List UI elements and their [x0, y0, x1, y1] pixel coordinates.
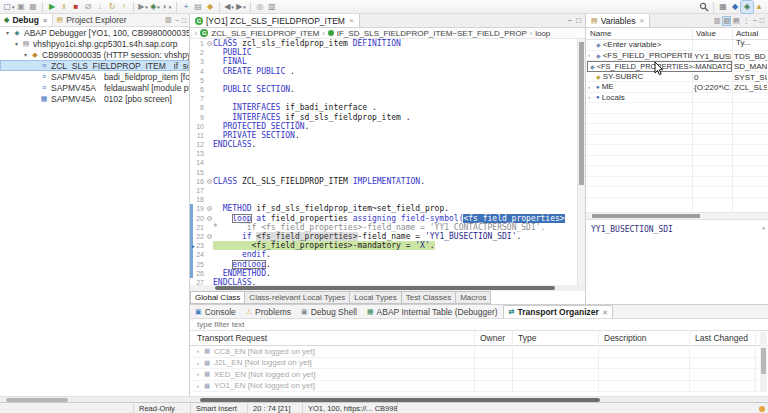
abap-perspective-button[interactable]: ◆	[729, 1, 741, 13]
scrollbar-thumb[interactable]	[592, 214, 700, 218]
section-tab-test-classes[interactable]: Test Classes	[401, 291, 456, 304]
tree-item[interactable]: ≡SAPMV45Afeldauswahl [module pbo]	[0, 82, 189, 93]
code-line[interactable]: 12ENDCLASS.	[190, 140, 577, 149]
collapse-icon[interactable]: –	[207, 41, 212, 46]
collapse-icon[interactable]: –	[207, 179, 212, 184]
step-over-button[interactable]: ↻	[106, 1, 118, 13]
pin-editor-button[interactable]: ◎	[254, 1, 266, 13]
variable-row[interactable]: ◆SY-SUBRC0SYST_SUB	[586, 72, 768, 83]
layout-icon[interactable]: ▤	[733, 17, 740, 25]
editor-vertical-scrollbar[interactable]	[577, 39, 585, 285]
view-menu-icon[interactable]: ▥	[165, 16, 172, 24]
scroll-up-icon[interactable]: ▲	[762, 224, 765, 230]
step-into-button[interactable]: ↓	[94, 1, 106, 13]
tree-item[interactable]: ▾◆CB9980000035 (HTTP session: vhshpyo1ci…	[0, 49, 189, 60]
code-editor[interactable]: 1–CLASS zcl_sls_fieldprop_item DEFINITIO…	[190, 39, 577, 285]
code-line[interactable]: 3 FINAL	[190, 57, 577, 66]
code-line[interactable]: 23 <fs_field_properties>-mandatory = 'X'…	[190, 241, 577, 250]
breadcrumb-class[interactable]: ZCL_SLS_FIELDPROP_ITEM	[211, 29, 319, 38]
transport-vertical-scrollbar[interactable]	[760, 332, 767, 392]
expand-arrow-icon[interactable]: ›	[588, 94, 594, 100]
transport-row[interactable]: ›▦XED_EN [Not logged on yet]	[190, 369, 759, 381]
new-wizard-button[interactable]: ▢▾	[3, 1, 15, 13]
expand-arrow-icon[interactable]: ›	[194, 383, 202, 389]
expand-arrow-icon[interactable]: ›	[194, 348, 202, 354]
scrollbar-thumb[interactable]	[215, 286, 555, 290]
abap-element-info-button[interactable]: ◆	[204, 1, 216, 13]
forward-button[interactable]: ▶▾	[235, 1, 247, 13]
code-line[interactable]: 16–CLASS ZCL_SLS_FIELDPROP_ITEM IMPLEMEN…	[190, 177, 577, 186]
code-line[interactable]: 13	[190, 149, 577, 158]
variable-row[interactable]: ›●ME{O:220*\C...ZCL_SLS_F...	[586, 82, 768, 93]
editor-tab[interactable]: G [YO1] ZCL_SLS_FIELDPROP_ITEM ×	[190, 14, 360, 27]
transport-row[interactable]: ›▦CC8_EN [Not logged on yet]	[190, 346, 759, 358]
code-line[interactable]: 20– loop at field_properties assigning f…	[190, 214, 577, 223]
resume-button[interactable]: ▶	[46, 1, 58, 13]
transport-row[interactable]: ›▦J2L_EN [Not logged on yet]	[190, 358, 759, 370]
variable-row[interactable]: ◆<FS_FIELD_PROPERTIES>-MANDATORYSD_MAN..…	[586, 61, 768, 72]
column-header-last-changed[interactable]: Last Changed	[695, 333, 748, 343]
fold-marker[interactable]: –	[206, 232, 213, 241]
expand-arrow-icon[interactable]: ›	[588, 52, 594, 58]
section-tab-macros[interactable]: Macros	[455, 291, 491, 304]
code-line[interactable]: 9 INTERFACES if_sd_sls_fieldprop_item .	[190, 113, 577, 122]
scrollbar-thumb[interactable]	[761, 348, 766, 374]
disconnect-button[interactable]: Ø	[82, 1, 94, 13]
column-header-name[interactable]: Name	[590, 29, 611, 38]
notification-icon[interactable]	[759, 406, 765, 412]
code-line[interactable]: 24 endif.	[190, 250, 577, 259]
tree-item[interactable]: ▾◈ABAP Debugger [YO1, 100, CB9980000035 …	[0, 27, 189, 38]
fold-marker[interactable]: –	[206, 177, 213, 186]
close-icon[interactable]: ×	[43, 16, 48, 25]
code-line[interactable]: 22– if <fs_field_properties>-field_name …	[190, 232, 577, 241]
code-line[interactable]: 11 PRIVATE SECTION.	[190, 131, 577, 140]
breadcrumb-block[interactable]: loop	[535, 29, 550, 38]
code-line[interactable]: 15	[190, 168, 577, 177]
close-icon[interactable]: ×	[603, 308, 608, 317]
code-line[interactable]: 5	[190, 76, 577, 85]
maximize-icon[interactable]: □	[760, 17, 764, 24]
code-line[interactable]: 14	[190, 158, 577, 167]
section-tab-local-types[interactable]: Local Types	[349, 291, 402, 304]
tree-item[interactable]: ≡SAPMV45Abadi_fieldprop_item [form]	[0, 71, 189, 82]
profile-button[interactable]: ◐▾	[161, 1, 173, 13]
close-icon[interactable]: ×	[639, 16, 644, 25]
code-line[interactable]: 17	[190, 186, 577, 195]
search-button[interactable]	[698, 1, 710, 13]
column-header-value[interactable]: Value	[696, 29, 716, 38]
expand-arrow-icon[interactable]: ›	[194, 360, 202, 366]
maximize-icon[interactable]: □	[182, 17, 186, 24]
variable-row[interactable]: ◆<Enter variable>	[586, 40, 768, 51]
code-line[interactable]: 26 ENDMETHOD.	[190, 269, 577, 278]
breadcrumb-method[interactable]: IF_SD_SLS_FIELDPROP_ITEM~SET_FIELD_PROP	[337, 29, 527, 38]
variable-detail-pane[interactable]: YY1_BUSECTION_SDI ▲	[586, 219, 768, 304]
scrollbar-thumb[interactable]	[579, 42, 584, 185]
tab-debug[interactable]: ◈ Debug ×	[0, 14, 53, 26]
column-header-description[interactable]: Description	[604, 333, 647, 343]
expand-arrow-icon[interactable]: ▾	[12, 40, 21, 47]
tab-abap-internal-table-debugger-[interactable]: ▦ABAP Internal Table (Debugger)	[362, 305, 503, 318]
code-line[interactable]: 4 CREATE PUBLIC .	[190, 67, 577, 76]
fold-marker[interactable]: –	[206, 214, 213, 223]
debug-perspective-button[interactable]: ◈	[741, 1, 753, 13]
minimize-icon[interactable]: −	[175, 17, 179, 24]
terminate-button[interactable]: ■	[70, 1, 82, 13]
tab-console[interactable]: ▣Console	[190, 305, 241, 318]
variable-row[interactable]: ›●Locals	[586, 93, 768, 104]
column-header-owner[interactable]: Owner	[480, 333, 505, 343]
code-line[interactable]: 19– METHOD if_sd_sls_fieldprop_item~set_…	[190, 204, 577, 213]
fold-marker[interactable]: –	[206, 39, 213, 48]
code-line[interactable]: 7	[190, 94, 577, 103]
variable-row[interactable]: ›◆<FS_FIELD_PROPERTIES>YY1_BUSE...TDS_BD…	[586, 51, 768, 62]
run-button[interactable]: ▶▾	[137, 1, 149, 13]
collapse-all-icon[interactable]: ▥	[714, 17, 721, 25]
step-return-button[interactable]: ↑	[118, 1, 130, 13]
minimize-icon[interactable]: −	[567, 16, 572, 25]
transport-row[interactable]: ›▦YO1_EN [Not logged on yet]	[190, 381, 759, 393]
suspend-button[interactable]: ‖	[58, 1, 70, 13]
column-header-type[interactable]: Type	[518, 333, 536, 343]
expand-arrow-icon[interactable]: ▾	[3, 29, 12, 36]
code-line[interactable]: 2 PUBLIC	[190, 48, 577, 57]
collapse-icon[interactable]: –	[207, 216, 212, 221]
code-line[interactable]: 25 endloop.	[190, 260, 577, 269]
